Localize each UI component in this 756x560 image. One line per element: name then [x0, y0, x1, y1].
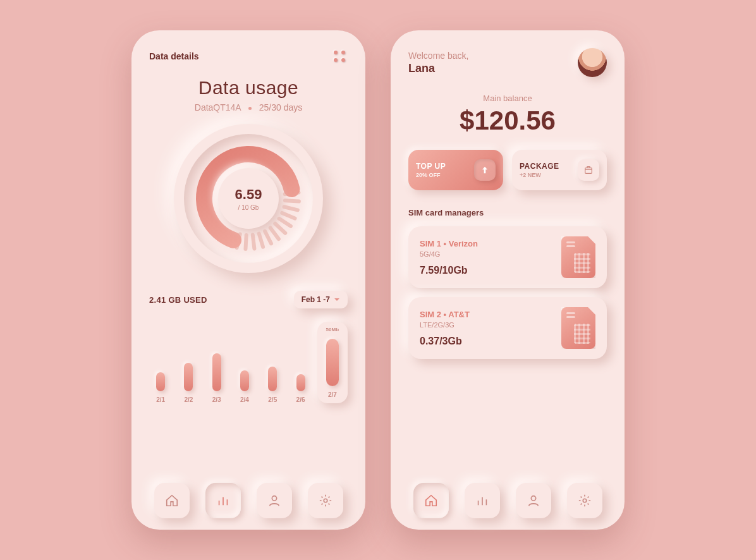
bar [326, 339, 339, 386]
avatar[interactable] [578, 48, 607, 77]
chevron-down-icon [334, 296, 340, 303]
phone-dashboard: Welcome back, Lana Main balance $120.56 … [391, 30, 625, 530]
home-icon [424, 494, 438, 508]
usage-dial: 6.59 / 10 Gb [174, 124, 323, 273]
sim-card[interactable]: SIM 2 • AT&TLTE/2G/3G0.37/3Gb [408, 297, 607, 359]
welcome-text: Welcome back, [408, 50, 468, 62]
sim-network: 5G/4G [420, 250, 478, 258]
usage-bar-chart: 2/12/22/32/42/52/650Mb2/7 [149, 317, 348, 403]
sim-card-icon [561, 307, 595, 349]
plan-name: DataQT14A [195, 102, 241, 113]
dial-max: / 10 Gb [238, 204, 259, 211]
page-title: Data details [149, 51, 199, 61]
home-icon [165, 494, 179, 508]
section-title: Data usage [149, 77, 348, 99]
svg-line-10 [245, 235, 246, 249]
topup-title: TOP UP [416, 162, 446, 171]
svg-point-17 [583, 499, 587, 502]
svg-line-4 [279, 219, 291, 226]
nav-home[interactable] [154, 483, 190, 518]
usage-label: 2.41 GB USED [149, 295, 207, 305]
svg-rect-15 [585, 168, 592, 174]
dot-separator [248, 107, 252, 110]
package-button[interactable]: PACKAGE +2 NEW [512, 150, 607, 190]
bar-chart-icon [216, 494, 230, 508]
sim-usage: 7.59/10Gb [420, 265, 478, 276]
bar-chart-icon [475, 494, 489, 508]
nav-stats[interactable] [465, 483, 500, 518]
bar-date-label: 2/4 [240, 396, 249, 403]
sim-card[interactable]: SIM 1 • Verizon5G/4G7.59/10Gb [408, 226, 607, 288]
dial-value: 6.59 [235, 186, 262, 203]
date-range-picker[interactable]: Feb 1 -7 [294, 291, 348, 308]
nav-stats[interactable] [205, 483, 241, 518]
svg-line-5 [275, 224, 285, 233]
balance-label: Main balance [408, 94, 607, 103]
sim-title: SIM 2 • AT&T [420, 310, 470, 319]
sim-section-label: SIM card managers [408, 208, 607, 217]
user-name: Lana [408, 62, 468, 75]
nav-settings[interactable] [567, 483, 602, 518]
balance-value: $120.56 [408, 106, 607, 136]
bar [240, 370, 249, 391]
user-icon [527, 494, 540, 508]
gear-icon [319, 494, 332, 508]
plan-period-days: 25/30 days [259, 102, 303, 113]
bar-col[interactable]: 2/6 [289, 374, 312, 403]
dial-center: 6.59 / 10 Gb [218, 168, 279, 229]
bar-date-label: 2/7 [328, 391, 337, 398]
svg-line-6 [271, 228, 279, 239]
bar-date-label: 2/6 [296, 396, 305, 403]
svg-line-9 [253, 235, 255, 249]
package-sub: +2 NEW [520, 172, 559, 178]
bar-col[interactable]: 50Mb2/7 [317, 322, 348, 403]
bar-col[interactable]: 2/3 [205, 353, 228, 403]
bar-col[interactable]: 2/1 [149, 372, 172, 403]
svg-point-16 [531, 496, 535, 501]
svg-line-3 [282, 213, 295, 219]
sim-title: SIM 1 • Verizon [420, 239, 478, 248]
svg-point-13 [272, 496, 276, 501]
nav-profile[interactable] [516, 483, 551, 518]
bar [212, 353, 221, 391]
package-icon [578, 159, 599, 181]
plan-period: DataQT14A 25/30 days [149, 102, 348, 113]
menu-icon[interactable] [331, 48, 348, 64]
bar-value-label: 50Mb [326, 327, 339, 332]
topup-button[interactable]: TOP UP 20% OFF [408, 150, 503, 190]
nav-profile[interactable] [257, 483, 292, 518]
bar-date-label: 2/1 [156, 396, 165, 403]
bar-date-label: 2/2 [184, 396, 193, 403]
package-title: PACKAGE [520, 162, 559, 171]
svg-line-1 [285, 200, 299, 201]
bar [156, 372, 165, 391]
bar [184, 363, 193, 391]
bar [268, 367, 277, 391]
svg-line-7 [265, 231, 271, 244]
sim-card-icon [561, 236, 595, 278]
bar-col[interactable]: 2/5 [261, 367, 284, 403]
bar-col[interactable]: 2/4 [233, 370, 256, 403]
bar-date-label: 2/5 [268, 396, 277, 403]
user-icon [267, 494, 281, 508]
phone-data-details: Data details Data usage DataQT14A 25/30 … [131, 30, 365, 530]
gear-icon [578, 494, 592, 508]
svg-point-14 [324, 499, 327, 502]
upload-icon [474, 159, 496, 181]
bottom-nav [149, 473, 348, 518]
nav-home[interactable] [413, 483, 449, 518]
sim-network: LTE/2G/3G [420, 321, 470, 329]
bottom-nav [408, 473, 607, 518]
svg-line-8 [259, 234, 263, 247]
nav-settings[interactable] [308, 483, 343, 518]
bar-date-label: 2/3 [212, 396, 221, 403]
bar-col[interactable]: 2/2 [177, 363, 200, 403]
bar [296, 374, 305, 391]
date-range-text: Feb 1 -7 [302, 295, 330, 304]
sim-usage: 0.37/3Gb [420, 336, 470, 347]
topup-sub: 20% OFF [416, 172, 446, 178]
svg-line-2 [284, 207, 297, 210]
